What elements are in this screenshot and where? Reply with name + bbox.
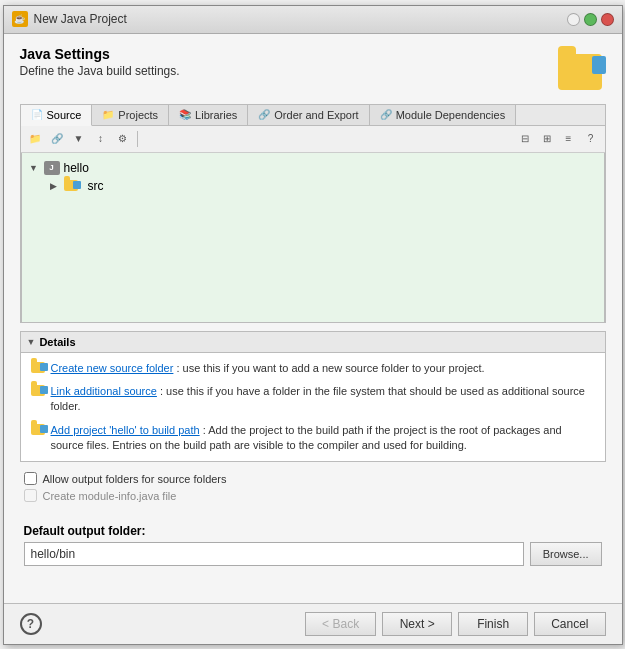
details-row-1: Create new source folder : use this if y…	[31, 361, 595, 376]
filter2-icon: ↕	[98, 133, 103, 144]
output-folder-input-row: Browse...	[24, 542, 602, 566]
create-module-info-checkbox[interactable]	[24, 489, 37, 502]
add-build-path-link[interactable]: Add project 'hello' to build path	[51, 424, 200, 436]
add-link-button[interactable]: 🔗	[47, 129, 67, 149]
finish-button[interactable]: Finish	[458, 612, 528, 636]
details-row-2-text: Link additional source : use this if you…	[51, 384, 595, 415]
header-text: Java Settings Define the Java build sett…	[20, 46, 180, 78]
details-section: ▼ Details Create new source folder : use…	[20, 331, 606, 463]
tree-item-src[interactable]: ▶ src	[48, 177, 598, 195]
content-area: Java Settings Define the Java build sett…	[4, 34, 622, 603]
order-tab-label: Order and Export	[274, 109, 358, 121]
details-arrow-icon: ▼	[27, 337, 36, 347]
main-window: ☕ New Java Project Java Settings Define …	[3, 5, 623, 645]
browse-button[interactable]: Browse...	[530, 542, 602, 566]
link-source-link[interactable]: Link additional source	[51, 385, 157, 397]
java-project-icon: J	[44, 161, 60, 175]
create-source-icon	[31, 362, 45, 373]
close-button[interactable]	[601, 13, 614, 26]
link-icon: 🔗	[51, 133, 63, 144]
order-tab-icon: 🔗	[258, 109, 270, 120]
create-module-info-label: Create module-info.java file	[43, 490, 177, 502]
bottom-bar: ? < Back Next > Finish Cancel	[4, 603, 622, 644]
tab-projects[interactable]: 📁 Projects	[92, 105, 169, 125]
collapse-all-button[interactable]: ⊟	[515, 129, 535, 149]
minimize-button[interactable]	[567, 13, 580, 26]
help-context-icon: ?	[588, 133, 594, 144]
maximize-button[interactable]	[584, 13, 597, 26]
source-tree: ▼ J hello ▶ src	[21, 153, 605, 323]
details-body: Create new source folder : use this if y…	[21, 353, 605, 462]
expand-all-button[interactable]: ⊞	[537, 129, 557, 149]
details-row-3: Add project 'hello' to build path : Add …	[31, 423, 595, 454]
tree-children-hello: ▶ src	[28, 177, 598, 195]
add-source-folder-button[interactable]: 📁	[25, 129, 45, 149]
page-subtitle: Define the Java build settings.	[20, 64, 180, 78]
projects-tab-icon: 📁	[102, 109, 114, 120]
add-build-path-icon	[31, 424, 45, 435]
title-controls	[567, 13, 614, 26]
link-source-icon	[31, 385, 45, 396]
next-button[interactable]: Next >	[382, 612, 452, 636]
help-context-button[interactable]: ?	[581, 129, 601, 149]
header-section: Java Settings Define the Java build sett…	[20, 46, 606, 94]
source-toolbar: 📁 🔗 ▼ ↕ ⚙ ⊟	[21, 126, 605, 153]
add-source-icon: 📁	[29, 133, 41, 144]
header-icon	[558, 46, 606, 94]
tab-order-export[interactable]: 🔗 Order and Export	[248, 105, 369, 125]
create-module-info-row: Create module-info.java file	[24, 489, 602, 502]
configure-button[interactable]: ≡	[559, 129, 579, 149]
source-tab-icon: 📄	[31, 109, 43, 120]
tabs: 📄 Source 📁 Projects 📚 Libraries 🔗 Order …	[21, 105, 605, 126]
toolbar-separator	[137, 131, 138, 147]
tab-module-deps[interactable]: 🔗 Module Dependencies	[370, 105, 516, 125]
title-bar: ☕ New Java Project	[4, 6, 622, 34]
settings-icon: ⚙	[118, 133, 127, 144]
page-title: Java Settings	[20, 46, 180, 62]
configure-icon: ≡	[566, 133, 572, 144]
libraries-tab-label: Libraries	[195, 109, 237, 121]
create-source-desc: : use this if you want to add a new sour…	[176, 362, 484, 374]
expand-icon: ⊞	[543, 133, 551, 144]
module-tab-icon: 🔗	[380, 109, 392, 120]
collapse-icon: ⊟	[521, 133, 529, 144]
details-row-2: Link additional source : use this if you…	[31, 384, 595, 415]
tabs-container: 📄 Source 📁 Projects 📚 Libraries 🔗 Order …	[20, 104, 606, 323]
cancel-button[interactable]: Cancel	[534, 612, 605, 636]
create-source-link[interactable]: Create new source folder	[51, 362, 174, 374]
filter-icon: ▼	[74, 133, 84, 144]
projects-tab-label: Projects	[118, 109, 158, 121]
tree-item-hello[interactable]: ▼ J hello	[28, 159, 598, 177]
output-folder-label: Default output folder:	[24, 524, 602, 538]
title-bar-left: ☕ New Java Project	[12, 11, 127, 27]
java-folder-icon	[558, 54, 602, 90]
help-button[interactable]: ?	[20, 613, 42, 635]
options-section: Allow output folders for source folders …	[20, 472, 606, 506]
tab-source[interactable]: 📄 Source	[21, 105, 93, 126]
output-folder-section: Default output folder: Browse...	[20, 516, 606, 566]
details-label: Details	[39, 336, 75, 348]
output-folder-input[interactable]	[24, 542, 524, 566]
allow-output-folders-checkbox[interactable]	[24, 472, 37, 485]
src-label: src	[88, 179, 104, 193]
libraries-tab-icon: 📚	[179, 109, 191, 120]
window-title: New Java Project	[34, 12, 127, 26]
window-icon: ☕	[12, 11, 28, 27]
details-header[interactable]: ▼ Details	[21, 332, 605, 353]
source-tab-label: Source	[47, 109, 82, 121]
allow-output-folders-label: Allow output folders for source folders	[43, 473, 227, 485]
project-label: hello	[64, 161, 89, 175]
settings-dropdown-button[interactable]: ⚙	[113, 129, 133, 149]
back-button[interactable]: < Back	[305, 612, 376, 636]
filter2-button[interactable]: ↕	[91, 129, 111, 149]
expand-src[interactable]: ▶	[48, 180, 60, 192]
tab-libraries[interactable]: 📚 Libraries	[169, 105, 248, 125]
module-tab-label: Module Dependencies	[396, 109, 505, 121]
src-folder-icon	[64, 180, 78, 191]
expand-hello[interactable]: ▼	[28, 162, 40, 174]
details-row-1-text: Create new source folder : use this if y…	[51, 361, 485, 376]
filter-button[interactable]: ▼	[69, 129, 89, 149]
bottom-buttons: < Back Next > Finish Cancel	[305, 612, 605, 636]
toolbar-right: ⊟ ⊞ ≡ ?	[515, 129, 601, 149]
details-row-3-text: Add project 'hello' to build path : Add …	[51, 423, 595, 454]
